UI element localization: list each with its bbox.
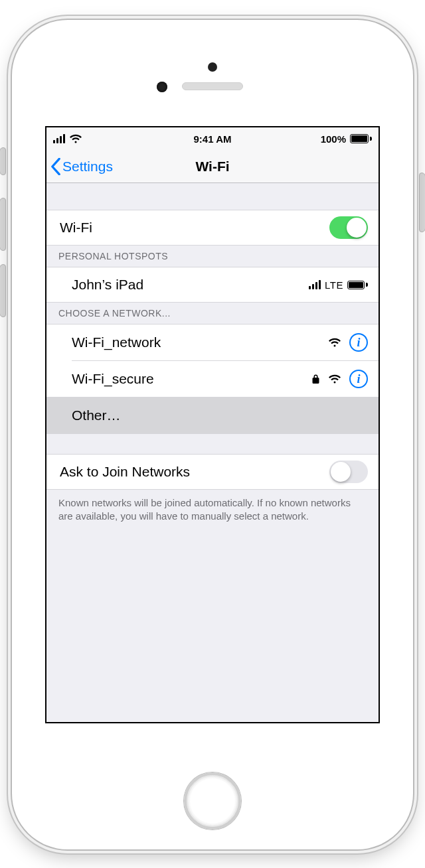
spacer [46, 434, 379, 454]
network-row[interactable]: Wi-Fi_network i [46, 325, 379, 360]
hotspot-signal-icon [309, 280, 321, 289]
front-camera-icon [157, 82, 167, 92]
phone-device-frame: 9:41 AM 100% Settings Wi-Fi Wi [12, 20, 413, 849]
phone-volume-up [0, 198, 6, 251]
network-info-button[interactable]: i [349, 370, 368, 388]
ask-to-join-row: Ask to Join Networks [46, 454, 379, 490]
phone-mute-switch [0, 147, 6, 175]
section-header-networks: Choose a Network... [46, 303, 379, 324]
hotspot-battery-icon [347, 281, 368, 289]
network-name: Wi-Fi_secure [72, 371, 154, 387]
home-button[interactable] [184, 772, 241, 830]
footer-note: Known networks will be joined automatica… [46, 490, 379, 530]
network-name: Wi-Fi_network [72, 334, 161, 350]
other-network-row[interactable]: Other… [46, 398, 379, 433]
earpiece-speaker-icon [182, 82, 243, 90]
screen: 9:41 AM 100% Settings Wi-Fi Wi [45, 126, 380, 723]
stage: 9:41 AM 100% Settings Wi-Fi Wi [0, 0, 425, 868]
other-network-label: Other… [72, 407, 121, 423]
network-info-button[interactable]: i [349, 333, 368, 352]
wifi-toggle-label: Wi-Fi [60, 220, 92, 236]
wifi-signal-icon [328, 374, 341, 384]
hotspot-row[interactable]: John’s iPad LTE [46, 267, 379, 303]
hotspot-connection-type: LTE [325, 279, 343, 291]
hotspot-status: LTE [309, 279, 368, 291]
hotspot-name: John’s iPad [72, 277, 143, 293]
ask-to-join-label: Ask to Join Networks [60, 464, 190, 480]
proximity-sensor-icon [208, 62, 217, 72]
nav-bar: Settings Wi-Fi [46, 150, 379, 183]
spacer [46, 183, 379, 210]
section-header-hotspots: Personal Hotspots [46, 246, 379, 267]
phone-power-button [419, 173, 425, 232]
network-row[interactable]: Wi-Fi_secure i [46, 361, 379, 397]
networks-group: Wi-Fi_network i Wi-Fi_secure [46, 324, 379, 434]
wifi-signal-icon [328, 337, 341, 348]
page-title: Wi-Fi [46, 159, 379, 175]
lock-icon [311, 374, 320, 384]
wifi-toggle-row: Wi-Fi [46, 210, 379, 246]
ask-to-join-switch[interactable] [329, 461, 368, 483]
wifi-toggle-switch[interactable] [329, 216, 368, 239]
status-bar-time: 9:41 AM [46, 133, 379, 145]
status-bar: 9:41 AM 100% [46, 127, 379, 150]
phone-volume-down [0, 264, 6, 317]
